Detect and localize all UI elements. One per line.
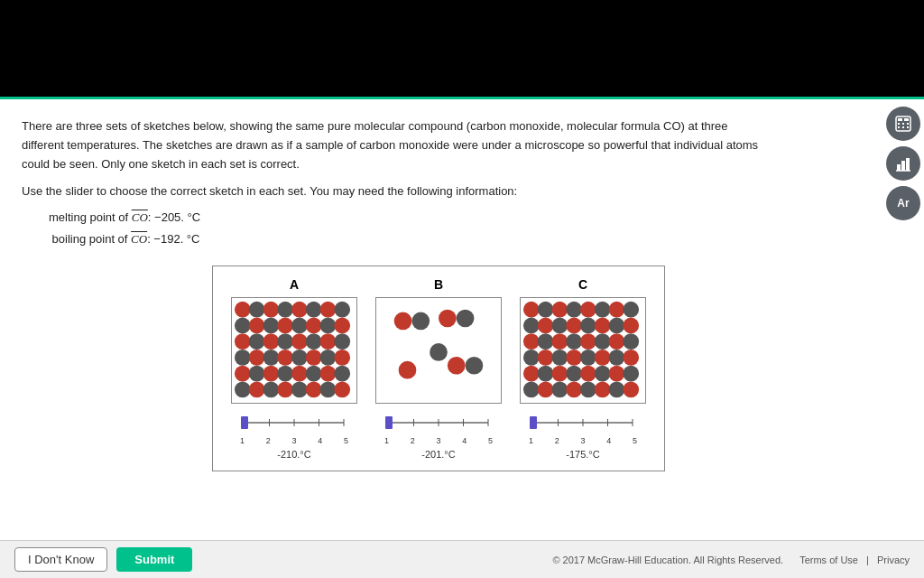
- svg-rect-4: [902, 123, 904, 125]
- sketch-label-a: A: [290, 277, 299, 292]
- slider-a[interactable]: 1 2 3 4 5 -210.°C: [231, 407, 357, 460]
- molecule-box-b: [375, 297, 502, 404]
- svg-rect-1: [898, 118, 902, 121]
- svg-point-118: [566, 366, 582, 382]
- svg-point-72: [430, 343, 448, 361]
- svg-point-18: [306, 302, 322, 318]
- temp-b: -201.°C: [421, 449, 455, 460]
- ar-button[interactable]: Ar: [886, 186, 920, 220]
- submit-button[interactable]: Submit: [116, 547, 192, 572]
- footer-separator: |: [866, 555, 872, 565]
- dont-know-button[interactable]: I Don't Know: [14, 547, 107, 572]
- svg-point-126: [566, 382, 582, 398]
- svg-point-36: [334, 333, 350, 350]
- svg-point-19: [320, 302, 337, 318]
- svg-point-34: [306, 333, 322, 350]
- svg-point-112: [595, 350, 611, 366]
- calculator-button[interactable]: [886, 107, 920, 141]
- slider-c[interactable]: 1 2 3 4 5 -175.°C: [520, 407, 646, 460]
- svg-point-116: [538, 366, 554, 382]
- svg-rect-67: [241, 416, 248, 429]
- svg-point-29: [235, 333, 251, 350]
- right-sidebar: Ar: [881, 99, 924, 228]
- sketch-panel-b: B: [366, 277, 511, 460]
- svg-point-96: [595, 318, 611, 334]
- svg-point-39: [263, 350, 280, 366]
- svg-point-89: [609, 302, 625, 318]
- svg-point-87: [580, 302, 596, 318]
- svg-rect-7: [902, 126, 904, 128]
- svg-point-27: [320, 318, 337, 334]
- svg-point-23: [263, 318, 280, 334]
- instruction-text: Use the slider to choose the correct ske…: [22, 184, 855, 198]
- svg-point-91: [523, 318, 540, 334]
- info-block: melting point of CO: −205. °C boiling po…: [49, 207, 855, 249]
- slider-b[interactable]: 1 2 3 4 5 -201.°C: [375, 407, 502, 460]
- svg-rect-10: [901, 161, 905, 171]
- svg-rect-8: [907, 126, 909, 128]
- privacy-link[interactable]: Privacy: [877, 555, 910, 565]
- svg-point-124: [538, 382, 554, 398]
- svg-point-49: [291, 366, 308, 382]
- svg-point-69: [411, 312, 430, 331]
- intro-paragraph: There are three sets of sketches below, …: [22, 117, 855, 173]
- svg-point-128: [595, 382, 611, 398]
- svg-point-44: [334, 350, 350, 366]
- svg-point-104: [595, 333, 611, 350]
- temp-a: -210.°C: [277, 449, 310, 460]
- svg-point-52: [334, 366, 350, 382]
- svg-rect-5: [907, 123, 909, 125]
- svg-point-84: [538, 302, 554, 318]
- svg-point-40: [277, 350, 293, 366]
- svg-point-42: [306, 350, 322, 366]
- svg-point-74: [448, 357, 466, 375]
- svg-point-20: [334, 302, 350, 318]
- footer-links: © 2017 McGraw-Hill Education. All Rights…: [547, 555, 910, 565]
- svg-point-21: [235, 318, 251, 334]
- svg-point-59: [320, 382, 337, 398]
- svg-point-28: [334, 318, 350, 334]
- svg-point-95: [580, 318, 596, 334]
- sketches-wrapper: A: [22, 266, 855, 471]
- top-bar: [0, 0, 924, 99]
- svg-point-122: [623, 366, 639, 382]
- svg-point-110: [566, 350, 582, 366]
- svg-point-58: [306, 382, 322, 398]
- svg-point-90: [623, 302, 639, 318]
- chart-button[interactable]: [886, 146, 920, 181]
- svg-point-56: [277, 382, 293, 398]
- svg-point-17: [291, 302, 308, 318]
- svg-point-68: [394, 312, 412, 331]
- molecule-box-c: [520, 297, 646, 404]
- svg-point-70: [439, 310, 457, 328]
- sketch-label-b: B: [434, 277, 443, 292]
- svg-point-105: [609, 333, 625, 350]
- svg-point-41: [291, 350, 308, 366]
- svg-point-127: [580, 382, 596, 398]
- svg-point-45: [235, 366, 251, 382]
- svg-point-117: [552, 366, 568, 382]
- svg-point-48: [277, 366, 293, 382]
- terms-link[interactable]: Terms of Use: [799, 555, 858, 565]
- svg-point-26: [306, 318, 322, 334]
- svg-rect-137: [530, 416, 537, 429]
- svg-point-37: [235, 350, 251, 366]
- svg-point-24: [277, 318, 293, 334]
- svg-point-53: [235, 382, 251, 398]
- svg-point-32: [277, 333, 293, 350]
- svg-point-30: [249, 333, 265, 350]
- svg-rect-2: [904, 118, 909, 121]
- svg-point-88: [595, 302, 611, 318]
- svg-point-120: [595, 366, 611, 382]
- svg-point-35: [320, 333, 337, 350]
- svg-point-46: [249, 366, 265, 382]
- svg-rect-9: [897, 164, 901, 171]
- svg-rect-82: [385, 416, 393, 429]
- svg-point-92: [538, 318, 554, 334]
- svg-rect-6: [898, 126, 900, 128]
- svg-point-75: [466, 357, 484, 375]
- svg-point-60: [334, 382, 350, 398]
- svg-point-102: [566, 333, 582, 350]
- green-line: [0, 97, 924, 99]
- main-content: There are three sets of sketches below, …: [0, 99, 877, 471]
